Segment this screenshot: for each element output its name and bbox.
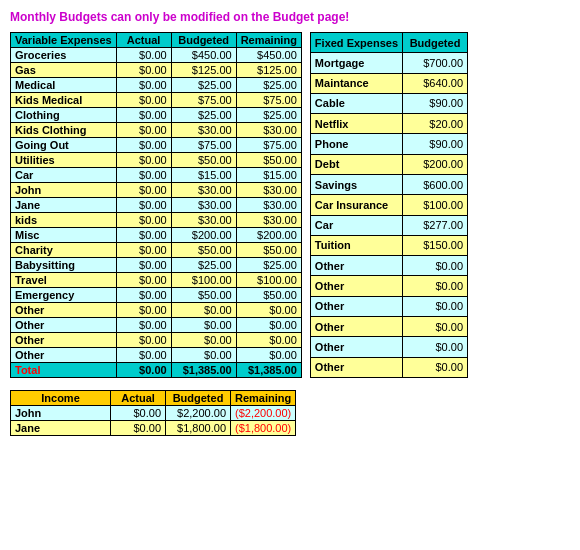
row-remaining: $200.00 [236, 228, 301, 243]
table-row: Medical $0.00 $25.00 $25.00 [11, 78, 302, 93]
row-label: Maintance [310, 73, 402, 93]
row-budgeted: $100.00 [171, 273, 236, 288]
row-actual: $0.00 [116, 123, 171, 138]
main-tables: Variable Expenses Actual Budgeted Remain… [10, 32, 570, 378]
row-budgeted: $0.00 [403, 256, 468, 276]
row-label: Charity [11, 243, 117, 258]
row-label: Other [11, 348, 117, 363]
row-budgeted: $75.00 [171, 138, 236, 153]
row-budgeted: $90.00 [403, 134, 468, 154]
row-budgeted: $15.00 [171, 168, 236, 183]
row-label: Debt [310, 154, 402, 174]
row-budgeted: $0.00 [403, 296, 468, 316]
row-label: John [11, 183, 117, 198]
row-remaining: $30.00 [236, 183, 301, 198]
row-remaining: $0.00 [236, 303, 301, 318]
row-budgeted: $0.00 [171, 333, 236, 348]
table-row: Clothing $0.00 $25.00 $25.00 [11, 108, 302, 123]
row-label: Emergency [11, 288, 117, 303]
table-row: Misc $0.00 $200.00 $200.00 [11, 228, 302, 243]
row-budgeted: $75.00 [171, 93, 236, 108]
row-budgeted: $50.00 [171, 153, 236, 168]
table-row: Babysitting $0.00 $25.00 $25.00 [11, 258, 302, 273]
table-row: Mortgage $700.00 [310, 53, 467, 73]
row-budgeted: $125.00 [171, 63, 236, 78]
row-budgeted: $600.00 [403, 174, 468, 194]
row-label: Misc [11, 228, 117, 243]
row-remaining: $25.00 [236, 78, 301, 93]
row-label: Kids Clothing [11, 123, 117, 138]
table-row: Maintance $640.00 [310, 73, 467, 93]
table-row: Other $0.00 $0.00 $0.00 [11, 303, 302, 318]
table-row: Other $0.00 [310, 276, 467, 296]
warning-text: Monthly Budgets can only be modified on … [10, 10, 570, 24]
table-row: Cable $90.00 [310, 93, 467, 113]
row-actual: $0.00 [111, 406, 166, 421]
row-label: Utilities [11, 153, 117, 168]
row-label: Other [11, 318, 117, 333]
row-remaining: $0.00 [236, 333, 301, 348]
row-actual: $0.00 [116, 228, 171, 243]
row-label: Other [310, 256, 402, 276]
fix-header-budgeted: Budgeted [403, 33, 468, 53]
total-remaining: $1,385.00 [236, 363, 301, 378]
row-label: Jane [11, 421, 111, 436]
row-actual: $0.00 [116, 348, 171, 363]
row-remaining: $50.00 [236, 243, 301, 258]
table-row: Kids Clothing $0.00 $30.00 $30.00 [11, 123, 302, 138]
row-label: Groceries [11, 48, 117, 63]
row-remaining: $25.00 [236, 108, 301, 123]
row-actual: $0.00 [116, 303, 171, 318]
row-label: Cable [310, 93, 402, 113]
var-header-budgeted: Budgeted [171, 33, 236, 48]
row-remaining: $0.00 [236, 348, 301, 363]
table-row: Jane $0.00 $30.00 $30.00 [11, 198, 302, 213]
row-remaining: $450.00 [236, 48, 301, 63]
row-remaining: $75.00 [236, 93, 301, 108]
row-budgeted: $200.00 [403, 154, 468, 174]
row-budgeted: $20.00 [403, 114, 468, 134]
income-table: Income Actual Budgeted Remaining John $0… [10, 390, 296, 436]
table-row: Going Out $0.00 $75.00 $75.00 [11, 138, 302, 153]
table-row: Other $0.00 [310, 256, 467, 276]
row-label: John [11, 406, 111, 421]
row-remaining: $50.00 [236, 153, 301, 168]
row-budgeted: $150.00 [403, 235, 468, 255]
row-actual: $0.00 [116, 48, 171, 63]
row-actual: $0.00 [116, 318, 171, 333]
row-actual: $0.00 [116, 273, 171, 288]
table-row: Savings $600.00 [310, 174, 467, 194]
row-budgeted: $640.00 [403, 73, 468, 93]
row-label: Other [310, 316, 402, 336]
table-row: Charity $0.00 $50.00 $50.00 [11, 243, 302, 258]
row-budgeted: $0.00 [403, 337, 468, 357]
row-remaining: ($2,200.00) [231, 406, 296, 421]
total-actual: $0.00 [116, 363, 171, 378]
row-budgeted: $0.00 [403, 357, 468, 378]
table-row: Kids Medical $0.00 $75.00 $75.00 [11, 93, 302, 108]
table-row: Netflix $20.00 [310, 114, 467, 134]
fixed-header-row: Fixed Expenses Budgeted [310, 33, 467, 53]
table-row: John $0.00 $2,200.00 ($2,200.00) [11, 406, 296, 421]
row-label: Other [310, 357, 402, 378]
row-label: Phone [310, 134, 402, 154]
row-budgeted: $0.00 [171, 318, 236, 333]
row-label: Clothing [11, 108, 117, 123]
row-actual: $0.00 [116, 258, 171, 273]
table-row: Utilities $0.00 $50.00 $50.00 [11, 153, 302, 168]
table-row: Phone $90.00 [310, 134, 467, 154]
row-actual: $0.00 [116, 153, 171, 168]
row-budgeted: $0.00 [403, 316, 468, 336]
var-header-actual: Actual [116, 33, 171, 48]
row-label: Mortgage [310, 53, 402, 73]
variable-header-row: Variable Expenses Actual Budgeted Remain… [11, 33, 302, 48]
table-row: Other $0.00 [310, 296, 467, 316]
income-header-budgeted: Budgeted [166, 391, 231, 406]
row-actual: $0.00 [116, 63, 171, 78]
row-budgeted: $0.00 [171, 303, 236, 318]
row-budgeted: $0.00 [403, 276, 468, 296]
row-budgeted: $90.00 [403, 93, 468, 113]
row-actual: $0.00 [116, 333, 171, 348]
income-section: Income Actual Budgeted Remaining John $0… [10, 390, 570, 436]
table-row: Other $0.00 $0.00 $0.00 [11, 348, 302, 363]
